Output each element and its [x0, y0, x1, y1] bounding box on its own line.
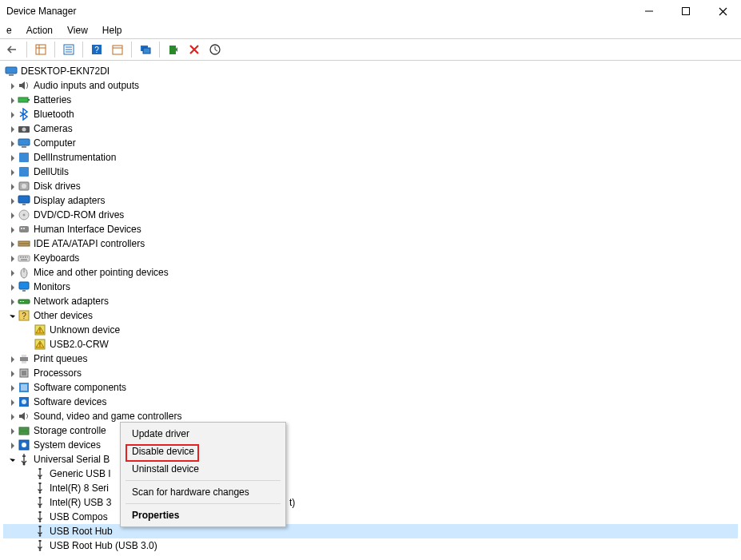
tree-device[interactable]: USB Root Hub (USB 3.0) — [3, 538, 738, 553]
tree-category[interactable]: Software components — [3, 380, 738, 395]
tree-device[interactable]: Intel(R) 8 Seri — [3, 481, 738, 495]
category-label: Audio inputs and outputs — [34, 80, 139, 91]
expand-arrow-icon[interactable] — [6, 456, 18, 463]
context-uninstall-device[interactable]: Uninstall device — [122, 460, 284, 478]
expand-arrow-icon[interactable] — [6, 97, 18, 104]
context-separator — [125, 480, 281, 481]
category-label: Processors — [34, 367, 82, 379]
tree-root[interactable]: DESKTOP-EKN72DI — [3, 64, 738, 78]
expand-arrow-icon[interactable] — [6, 154, 18, 161]
category-label: Network adapters — [34, 296, 109, 307]
tree-category[interactable]: Other devices — [3, 308, 738, 323]
menu-file[interactable]: e — [0, 23, 18, 38]
bluetooth-icon — [18, 108, 30, 121]
tree-category[interactable]: DellInstrumentation — [3, 150, 738, 165]
device-tree[interactable]: DESKTOP-EKN72DI Audio inputs and outputs… — [0, 61, 741, 560]
expand-arrow-icon[interactable] — [6, 355, 18, 363]
expand-arrow-icon[interactable] — [6, 312, 18, 320]
tree-category[interactable]: Monitors — [3, 280, 738, 294]
expand-arrow-icon[interactable] — [6, 125, 18, 133]
expand-arrow-icon[interactable] — [6, 140, 18, 147]
tree-category[interactable]: DVD/CD-ROM drives — [3, 208, 738, 222]
toolbar-list-icon[interactable] — [59, 40, 78, 59]
category-label: DellUtils — [34, 166, 69, 177]
expand-arrow-icon[interactable] — [6, 284, 18, 291]
tree-category[interactable]: Print queues — [3, 351, 738, 366]
maximize-button[interactable] — [667, 0, 704, 22]
toolbar-scan-hardware-icon[interactable] — [205, 40, 225, 59]
tree-category[interactable]: Storage controlle — [3, 423, 738, 438]
tree-category[interactable]: System devices — [3, 438, 738, 452]
category-label: Bluetooth — [34, 109, 74, 120]
expand-arrow-icon[interactable] — [6, 370, 18, 377]
tree-category[interactable]: Human Interface Devices — [3, 222, 738, 236]
expand-arrow-icon[interactable] — [6, 413, 18, 420]
toolbar-detail-icon[interactable] — [108, 40, 127, 59]
category-label: System devices — [34, 439, 101, 451]
dell-icon — [18, 151, 30, 164]
tree-category[interactable]: Disk drives — [3, 179, 738, 193]
category-label: DVD/CD-ROM drives — [34, 209, 124, 220]
tree-device[interactable]: USB Root Hub — [3, 524, 738, 538]
tree-device[interactable]: USB Compos — [3, 510, 738, 524]
close-button[interactable] — [704, 0, 741, 22]
tree-device[interactable]: USB2.0-CRW — [3, 337, 738, 351]
toolbar-help-icon[interactable] — [87, 40, 106, 59]
toolbar-displays-icon[interactable] — [136, 40, 155, 59]
context-properties[interactable]: Properties — [122, 506, 284, 524]
tree-category[interactable]: Batteries — [3, 93, 738, 107]
menu-help[interactable]: Help — [96, 23, 129, 38]
tree-category[interactable]: Computer — [3, 136, 738, 150]
tree-category[interactable]: Universal Serial B — [3, 452, 738, 467]
context-disable-device[interactable]: Disable device — [122, 443, 284, 460]
expand-arrow-icon[interactable] — [6, 82, 18, 89]
tree-category[interactable]: Cameras — [3, 121, 738, 136]
menu-view[interactable]: View — [61, 23, 94, 38]
expand-arrow-icon[interactable] — [6, 226, 18, 233]
category-label: Monitors — [34, 281, 70, 292]
minimize-button[interactable] — [631, 0, 667, 22]
tree-device[interactable]: Intel(R) USB 3 t) — [3, 495, 738, 510]
category-label: Software components — [34, 382, 126, 393]
tree-device[interactable]: Generic USB I — [3, 467, 738, 481]
tree-category[interactable]: Mice and other pointing devices — [3, 265, 738, 280]
tree-category[interactable]: DellUtils — [3, 165, 738, 179]
expand-arrow-icon[interactable] — [6, 197, 18, 205]
tree-category[interactable]: Sound, video and game controllers — [3, 409, 738, 423]
toolbar-separator — [54, 42, 55, 58]
tree-category[interactable]: Processors — [3, 366, 738, 380]
expand-arrow-icon[interactable] — [6, 384, 18, 391]
toolbar-properties-icon[interactable] — [31, 40, 50, 59]
expand-arrow-icon[interactable] — [6, 442, 18, 449]
menu-action[interactable]: Action — [20, 23, 59, 38]
tree-category[interactable]: Keyboards — [3, 251, 738, 265]
tree-category[interactable]: IDE ATA/ATAPI controllers — [3, 236, 738, 251]
toolbar-update-driver-icon[interactable] — [164, 40, 183, 59]
context-update-driver[interactable]: Update driver — [122, 425, 284, 443]
expand-arrow-icon[interactable] — [6, 240, 18, 248]
device-label: USB Compos — [50, 511, 108, 522]
device-label: USB2.0-CRW — [50, 339, 109, 350]
device-label: USB Root Hub (USB 3.0) — [50, 540, 157, 551]
expand-arrow-icon[interactable] — [6, 399, 18, 406]
expand-arrow-icon[interactable] — [6, 212, 18, 219]
toolbar-remove-icon[interactable] — [185, 40, 204, 59]
expand-arrow-icon[interactable] — [6, 269, 18, 276]
expand-arrow-icon[interactable] — [6, 169, 18, 176]
expand-arrow-icon[interactable] — [6, 255, 18, 262]
tree-category[interactable]: Network adapters — [3, 294, 738, 308]
tree-category[interactable]: Bluetooth — [3, 107, 738, 121]
expand-arrow-icon[interactable] — [6, 111, 18, 118]
tree-device[interactable]: Unknown device — [3, 323, 738, 337]
tree-category[interactable]: Software devices — [3, 395, 738, 409]
toolbar — [0, 38, 741, 61]
tree-category[interactable]: Display adapters — [3, 193, 738, 208]
toolbar-back-icon[interactable] — [3, 40, 22, 59]
expand-arrow-icon[interactable] — [6, 427, 18, 435]
expand-arrow-icon[interactable] — [6, 183, 18, 190]
context-separator — [125, 503, 281, 504]
context-scan-hardware[interactable]: Scan for hardware changes — [122, 483, 284, 501]
expand-arrow-icon[interactable] — [6, 298, 18, 305]
category-label: IDE ATA/ATAPI controllers — [34, 238, 145, 249]
tree-category[interactable]: Audio inputs and outputs — [3, 78, 738, 93]
